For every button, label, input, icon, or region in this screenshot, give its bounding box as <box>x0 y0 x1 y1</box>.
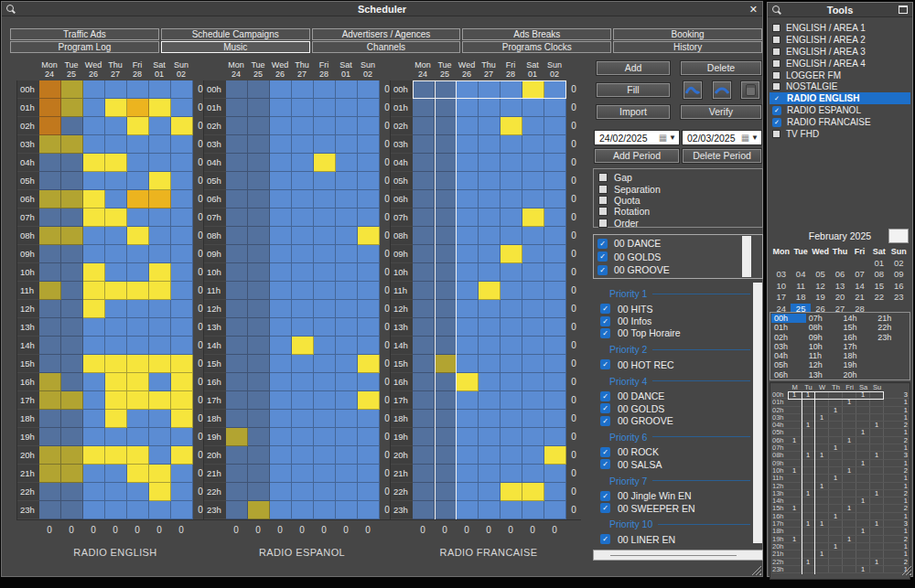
grid-cell[interactable] <box>479 282 501 300</box>
hour-label[interactable]: 17h <box>17 391 39 410</box>
grid-cell[interactable] <box>83 227 105 245</box>
grid-cell[interactable] <box>544 172 566 190</box>
grid-cell[interactable] <box>149 318 171 337</box>
grid-cell[interactable] <box>435 391 457 410</box>
grid-cell[interactable] <box>248 245 270 263</box>
grid-cell[interactable] <box>522 446 544 465</box>
grid-cell[interactable] <box>336 428 358 446</box>
grid-cell[interactable] <box>501 99 522 117</box>
grid-cell[interactable] <box>61 172 83 190</box>
grid-cell[interactable] <box>413 99 435 117</box>
grid-cell[interactable] <box>314 135 336 154</box>
grid-cell[interactable] <box>544 337 566 355</box>
grid-cell[interactable] <box>149 190 171 208</box>
day-header[interactable]: Thu27 <box>104 59 126 80</box>
grid-cell[interactable] <box>292 245 314 263</box>
tab-programs-clocks[interactable]: Programs Clocks <box>462 41 611 53</box>
grid-cell[interactable] <box>61 154 83 172</box>
grid-cell[interactable] <box>501 245 522 263</box>
hour-label[interactable]: 19h <box>391 428 413 446</box>
checked-checkbox[interactable]: ✓ <box>600 447 610 457</box>
tab-schedule-campaigns[interactable]: Schedule Campaigns <box>161 28 310 40</box>
hour-label[interactable]: 14h <box>391 337 413 355</box>
grid-cell[interactable] <box>314 117 336 135</box>
hour-label[interactable]: 13h <box>17 318 39 337</box>
grid-cell[interactable] <box>61 227 83 245</box>
hour-label[interactable]: 00h <box>391 80 413 99</box>
grid-cell[interactable] <box>544 428 566 446</box>
grid-cell[interactable] <box>457 300 479 318</box>
hour-label[interactable]: 16h <box>204 373 226 391</box>
grid-cell[interactable] <box>105 282 127 300</box>
grid-cell[interactable] <box>336 446 358 465</box>
close-icon[interactable]: ✕ <box>749 2 758 16</box>
grid-cell[interactable] <box>358 428 380 446</box>
channel-radio-francaise[interactable]: ✓RADIO FRANCAISE <box>770 116 910 128</box>
grid-cell[interactable] <box>457 263 479 282</box>
grid-cell[interactable] <box>105 501 127 519</box>
grid-cell[interactable] <box>501 190 522 208</box>
grid-cell[interactable] <box>270 483 292 501</box>
grid-cell[interactable] <box>127 80 149 99</box>
grid-cell[interactable] <box>522 355 544 373</box>
grid-cell[interactable] <box>292 355 314 373</box>
grid-cell[interactable] <box>435 300 457 318</box>
grid-cell[interactable] <box>501 208 522 227</box>
checked-checkbox[interactable]: ✓ <box>600 416 610 426</box>
grid-cell[interactable] <box>292 172 314 190</box>
unchecked-checkbox[interactable] <box>598 219 608 228</box>
grid-cell[interactable] <box>270 465 292 483</box>
import-button[interactable]: Import <box>596 104 671 120</box>
fill-button[interactable]: Fill <box>596 82 671 98</box>
day-header[interactable]: Mon24 <box>38 59 60 80</box>
hour-label[interactable]: 08h <box>204 227 226 245</box>
grid-cell[interactable] <box>171 501 193 519</box>
hour-label[interactable]: 09h <box>391 245 413 263</box>
hour-label[interactable]: 09h <box>204 245 226 263</box>
grid-cell[interactable] <box>314 99 336 117</box>
hour-label[interactable]: 04h <box>204 154 226 172</box>
grid-cell[interactable] <box>435 355 457 373</box>
grid-cell[interactable] <box>501 483 522 501</box>
add-button[interactable]: Add <box>596 60 671 76</box>
grid-cell[interactable] <box>127 117 149 135</box>
grid-cell[interactable] <box>248 227 270 245</box>
grid-cell[interactable] <box>127 483 149 501</box>
unchecked-checkbox[interactable] <box>772 82 780 91</box>
grid-cell[interactable] <box>314 373 336 391</box>
grid-cell[interactable] <box>105 465 127 483</box>
grid-cell[interactable] <box>226 190 248 208</box>
time-slot[interactable]: 04h <box>771 351 806 360</box>
date-to-field[interactable]: 02/03/2025 ▦ ▼ <box>682 130 762 145</box>
hour-label[interactable]: 18h <box>391 410 413 428</box>
hour-label[interactable]: 08h <box>17 227 39 245</box>
grid-cell[interactable] <box>435 483 457 501</box>
grid-cell[interactable] <box>226 501 248 519</box>
grid-cell[interactable] <box>435 99 457 117</box>
priority-item-00-golds[interactable]: ✓00 GOLDS <box>598 402 750 414</box>
grid-cell[interactable] <box>149 172 171 190</box>
grid-cell[interactable] <box>314 446 336 465</box>
grid-cell[interactable] <box>358 355 380 373</box>
grid-cell[interactable] <box>479 483 501 501</box>
grid-cell[interactable] <box>39 300 61 318</box>
day-header[interactable]: Fri28 <box>126 59 148 80</box>
grid-cell[interactable] <box>83 446 105 465</box>
unchecked-checkbox[interactable] <box>598 207 608 216</box>
grid-cell[interactable] <box>248 428 270 446</box>
calendar-date[interactable]: 08 <box>869 269 888 280</box>
grid-cell[interactable] <box>479 80 501 99</box>
hour-label[interactable]: 00h <box>17 80 39 99</box>
grid-cell[interactable] <box>127 172 149 190</box>
grid-cell[interactable] <box>435 117 457 135</box>
grid-cell[interactable] <box>171 410 193 428</box>
grid-cell[interactable] <box>522 318 544 337</box>
priority-item-00-sweeper-en[interactable]: ✓00 SWEEPER EN <box>598 502 750 514</box>
grid-cell[interactable] <box>226 282 248 300</box>
hour-label[interactable]: 17h <box>204 391 226 410</box>
hour-label[interactable]: 12h <box>17 300 39 318</box>
day-header[interactable]: Fri28 <box>500 59 522 80</box>
grid-cell[interactable] <box>226 208 248 227</box>
hour-label[interactable]: 12h <box>204 300 226 318</box>
priority-item-00-infos[interactable]: ✓00 Infos <box>598 315 750 326</box>
